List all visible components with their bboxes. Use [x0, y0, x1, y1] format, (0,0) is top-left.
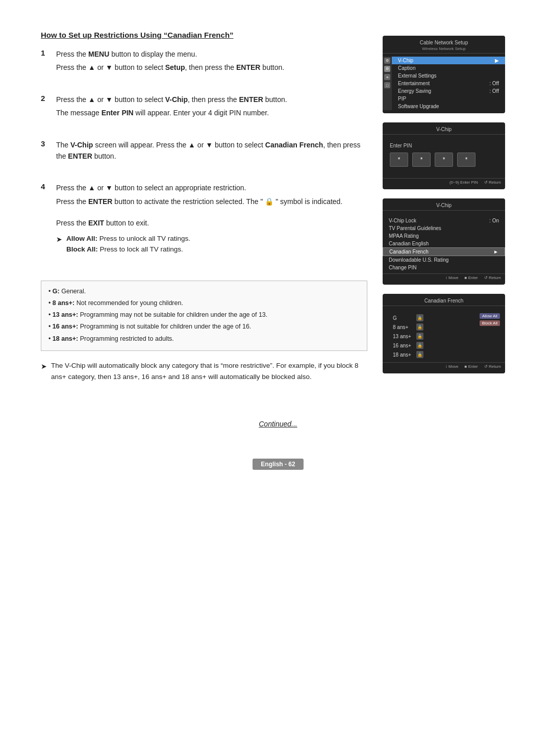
- note-16: • 16 ans+: Programming is not suitable f…: [48, 321, 360, 332]
- step-4-line-1: Press the ▲ or ▼ button to select an app…: [56, 182, 367, 193]
- cf-lock-13: 🔒: [416, 333, 423, 340]
- main-content: How to Set up Restrictions Using “Canadi…: [41, 31, 515, 389]
- pin-box-2: *: [412, 153, 431, 167]
- allow-all-note: ➤ Allow All: Press to unlock all TV rati…: [56, 233, 367, 255]
- step-1-line-2: Press the ▲ or ▼ button to select Setup,…: [56, 62, 367, 73]
- pin-box-1: *: [390, 153, 408, 167]
- panel1-menu: V-Chip ▶ Caption External Settings Enter…: [392, 57, 505, 110]
- cf-label-g: G: [393, 315, 413, 321]
- cf-label-18: 18 ans+: [393, 352, 413, 358]
- step-4-num: 4: [41, 182, 51, 262]
- cf-rows-area: G 🔒 8 ans+ 🔒 13 ans+ 🔒: [383, 312, 505, 360]
- panel1-item-vchip: V-Chip ▶: [392, 57, 505, 64]
- step-4-line-3: Press the EXIT button to exit.: [56, 217, 367, 229]
- icon-2: ⚙: [384, 66, 390, 72]
- arrow-symbol: ➤: [56, 234, 63, 255]
- vchip-item-canadian-english: Canadian English: [383, 240, 505, 247]
- cf-panel: G 🔒 8 ans+ 🔒 13 ans+ 🔒: [383, 309, 505, 360]
- allow-all-text: Allow All: Press to unlock all TV rating…: [66, 233, 190, 255]
- note-13: • 13 ans+: Programming may not be suitab…: [48, 310, 360, 320]
- cf-row-g: G 🔒: [388, 313, 480, 322]
- step-2-num: 2: [41, 94, 51, 121]
- vchip-note-text: The V-Chip will automatically block any …: [51, 360, 367, 382]
- panel1-sidebar-icons: ⚙ ⚙ ≡ □: [383, 57, 392, 110]
- step-1: 1 Press the MENU button to display the m…: [41, 48, 367, 75]
- notes-box: • G: General. • 8 ans+: Not recommended …: [41, 281, 367, 351]
- cf-row-18: 18 ans+ 🔒: [388, 350, 480, 359]
- step-3-content: The V-Chip screen will appear. Press the…: [56, 139, 367, 164]
- page: How to Set up Restrictions Using “Canadi…: [0, 0, 551, 756]
- cf-rows-list: G 🔒 8 ans+ 🔒 13 ans+ 🔒: [388, 313, 480, 359]
- vchip-item-canadian-french: Canadian French ►: [383, 247, 505, 256]
- step-2-content: Press the ▲ or ▼ button to select V-Chip…: [56, 94, 367, 121]
- panel1-item-software: Software Upgrade: [392, 103, 505, 110]
- cf-lock-g: 🔒: [416, 314, 423, 321]
- panel1-item-energy: Energy Saving : Off: [392, 87, 505, 95]
- cf-label-16: 16 ans+: [393, 343, 413, 348]
- step-3-num: 3: [41, 139, 51, 164]
- step-3-line-1: The V-Chip screen will appear. Press the…: [56, 139, 367, 162]
- step-1-line-1: Press the MENU button to display the men…: [56, 48, 367, 60]
- vchip-item-lock: V-Chip Lock : On: [383, 217, 505, 224]
- allow-all-button[interactable]: Allow All: [480, 313, 500, 319]
- panel2-title: V-Chip: [383, 127, 505, 135]
- right-column: Cable Network Setup Wireless Network Set…: [383, 31, 515, 389]
- step-4-content: Press the ▲ or ▼ button to select an app…: [56, 182, 367, 262]
- icon-1: ⚙: [384, 58, 390, 64]
- icon-3: ≡: [384, 74, 390, 80]
- vchip-panel: V-Chip Lock : On TV Parental Guidelines …: [383, 214, 505, 271]
- cf-lock-18: 🔒: [416, 351, 423, 358]
- left-column: How to Set up Restrictions Using “Canadi…: [41, 31, 383, 389]
- footer-area: English - 62: [41, 438, 515, 470]
- step-4: 4 Press the ▲ or ▼ button to select an a…: [41, 182, 367, 262]
- vchip-item-tvpg: TV Parental Guidelines: [383, 224, 505, 232]
- allow-block-buttons: Allow All Block All: [480, 313, 500, 326]
- pin-label: Enter PIN: [390, 143, 498, 148]
- panel3-footer: ↕ Move ■ Enter ↺ Return: [383, 273, 505, 282]
- panel1-title: Cable Network Setup Wireless Network Set…: [383, 40, 505, 54]
- cf-row-16: 16 ans+ 🔒: [388, 341, 480, 350]
- panel1-item-external: External Settings: [392, 72, 505, 80]
- cf-label-13: 13 ans+: [393, 334, 413, 339]
- panel1-item-pip: PIP: [392, 95, 505, 103]
- continued-text: Continued...: [41, 420, 515, 428]
- step-2: 2 Press the ▲ or ▼ button to select V-Ch…: [41, 94, 367, 121]
- vchip-item-changepin: Change PIN: [383, 264, 505, 271]
- panel3-title: V-Chip: [383, 203, 505, 211]
- panel4-footer: ↕ Move ■ Enter ↺ Return: [383, 362, 505, 370]
- panel4-title: Canadian French: [383, 298, 505, 306]
- arrow-symbol-2: ➤: [41, 361, 48, 382]
- vchip-item-downloadable: Downloadable U.S. Rating: [383, 256, 505, 264]
- icon-4: □: [384, 82, 390, 88]
- panel2-footer: (0~9) Enter PIN ↺ Return: [383, 178, 505, 186]
- step-1-num: 1: [41, 48, 51, 75]
- panel-cable-network: Cable Network Setup Wireless Network Set…: [383, 36, 505, 113]
- cf-lock-8: 🔒: [416, 323, 423, 331]
- step-2-line-2: The message Enter PIN will appear. Enter…: [56, 107, 367, 118]
- pin-box-3: *: [435, 153, 453, 167]
- pin-box-4: *: [457, 153, 475, 167]
- note-8: • 8 ans+: Not recommended for young chil…: [48, 298, 360, 309]
- panel1-item-caption: Caption: [392, 64, 505, 72]
- panel1-body: ⚙ ⚙ ≡ □ V-Chip ▶ Caption: [383, 57, 505, 110]
- step-4-line-2: Press the ENTER button to activate the r…: [56, 196, 367, 207]
- note-g: • G: General.: [48, 286, 360, 297]
- cf-label-8: 8 ans+: [393, 324, 413, 330]
- step-1-content: Press the MENU button to display the men…: [56, 48, 367, 75]
- note-18: • 18 ans+: Programming restricted to adu…: [48, 334, 360, 344]
- panel1-item-entertainment: Entertainment : Off: [392, 80, 505, 87]
- vchip-item-mpaa: MPAA Rating: [383, 232, 505, 240]
- section-title: How to Set up Restrictions Using “Canadi…: [41, 31, 367, 39]
- vchip-note: ➤ The V-Chip will automatically block an…: [41, 360, 367, 382]
- pin-boxes: * * * *: [390, 153, 498, 167]
- cf-row-13: 13 ans+ 🔒: [388, 332, 480, 341]
- cf-lock-16: 🔒: [416, 342, 423, 349]
- step-3: 3 The V-Chip screen will appear. Press t…: [41, 139, 367, 164]
- block-all-button[interactable]: Block All: [480, 320, 500, 326]
- cf-row-8: 8 ans+ 🔒: [388, 322, 480, 332]
- panel-cf-ratings: Canadian French G 🔒 8 ans+ 🔒: [383, 294, 505, 373]
- page-footer: English - 62: [253, 459, 303, 470]
- pin-panel: Enter PIN * * * *: [383, 138, 505, 176]
- panel-vchip-menu: V-Chip V-Chip Lock : On TV Parental Guid…: [383, 198, 505, 285]
- step-2-line-1: Press the ▲ or ▼ button to select V-Chip…: [56, 94, 367, 105]
